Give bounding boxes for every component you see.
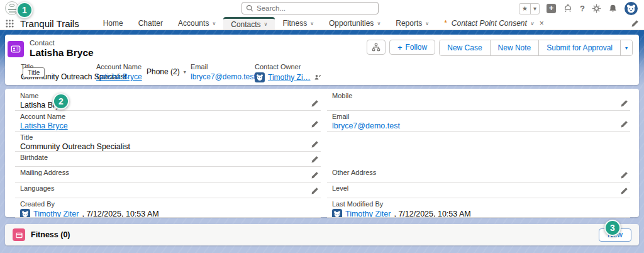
field-label: Contact Owner xyxy=(255,63,321,71)
edit-pencil-icon[interactable] xyxy=(311,155,319,164)
edit-pencil-icon[interactable] xyxy=(311,120,319,128)
account-link[interactable]: Latisha Bryce xyxy=(96,72,142,82)
created-datetime: , 7/12/2025, 10:53 AM xyxy=(82,210,158,218)
tab-label: Reports xyxy=(396,19,422,28)
chevron-down-icon[interactable]: ∨ xyxy=(425,21,429,26)
edit-pencil-icon[interactable] xyxy=(311,99,319,108)
field-label: Other Address xyxy=(332,169,614,177)
tab-home[interactable]: Home xyxy=(96,17,131,30)
chevron-down-icon[interactable]: ∨ xyxy=(310,21,314,26)
view-hierarchy-button[interactable] xyxy=(367,40,386,55)
tab-label: Fitness xyxy=(282,19,307,28)
field-label: Mailing Address xyxy=(20,169,304,177)
submit-for-approval-button[interactable]: Submit for Approval xyxy=(538,40,620,55)
tab-chatter[interactable]: Chatter xyxy=(131,17,170,30)
edit-pencil-icon[interactable] xyxy=(620,99,628,108)
chevron-down-icon[interactable]: ∨ xyxy=(264,21,268,27)
user-avatar[interactable] xyxy=(625,2,638,15)
edit-page-pencil-icon[interactable] xyxy=(631,20,639,28)
field-tooltip: Title xyxy=(23,67,45,77)
tab-reports[interactable]: Reports ∨ xyxy=(388,17,436,30)
last-modified-user-link[interactable]: Timothy Ziter xyxy=(345,210,391,218)
global-search[interactable] xyxy=(242,2,379,14)
new-note-button[interactable]: New Note xyxy=(490,40,539,55)
field-email: Email lbryce7@demo.test xyxy=(327,111,630,132)
highlight-email: Email lbryce7@demo.test xyxy=(191,63,256,82)
follow-button[interactable]: + Follow xyxy=(389,40,435,55)
guidance-center-icon[interactable] xyxy=(563,4,573,13)
column-spacer xyxy=(327,132,630,167)
edit-pencil-icon[interactable] xyxy=(620,187,628,195)
field-other-address: Other Address xyxy=(327,167,630,183)
tab-label: Home xyxy=(103,19,123,28)
chevron-down-icon[interactable]: ∨ xyxy=(212,21,216,26)
favorites-dropdown-icon[interactable]: ▾ xyxy=(530,4,539,14)
edit-pencil-icon[interactable] xyxy=(620,171,628,179)
favorites-star-icon[interactable]: ★ xyxy=(519,4,530,14)
field-last-modified-by: Last Modified By Timothy Ziter , 7/12/20… xyxy=(327,198,630,218)
chevron-down-icon[interactable]: ∨ xyxy=(377,21,380,26)
email-link[interactable]: lbryce7@demo.test xyxy=(332,121,400,131)
plus-icon: + xyxy=(397,43,402,52)
field-label: Account Name xyxy=(20,113,304,121)
field-birthdate: Birthdate xyxy=(15,152,321,167)
help-icon[interactable]: ? xyxy=(580,4,585,13)
annotation-badge-1: 1 xyxy=(16,2,33,18)
hierarchy-icon xyxy=(372,43,380,52)
tab-label: Opportunities xyxy=(329,19,374,28)
edit-pencil-icon[interactable] xyxy=(311,140,319,149)
tab-accounts[interactable]: Accounts ∨ xyxy=(170,17,223,30)
annotation-badge-3: 3 xyxy=(604,220,621,236)
account-link[interactable]: Latisha Bryce xyxy=(20,121,68,131)
edit-pencil-icon[interactable] xyxy=(620,120,628,128)
related-list-title[interactable]: Fitness (0) xyxy=(31,230,70,239)
setup-gear-icon[interactable] xyxy=(592,4,601,13)
field-label: Languages xyxy=(20,184,304,193)
field-label: Birthdate xyxy=(20,154,304,162)
edit-pencil-icon[interactable] xyxy=(311,187,319,195)
close-tab-icon[interactable]: × xyxy=(540,19,544,28)
tab-contacts[interactable]: Contacts ∨ xyxy=(223,17,275,30)
notifications-bell-icon[interactable] xyxy=(608,4,618,13)
tab-contact-point-consent[interactable]: * Contact Point Consent ∨ × xyxy=(436,17,552,30)
user-avatar xyxy=(20,209,30,218)
annotation-badge-2: 2 xyxy=(53,93,69,110)
highlight-account-name: Account Name Latisha Bryce xyxy=(96,63,142,82)
tab-label: Contacts xyxy=(231,20,260,29)
field-label: Email xyxy=(332,113,614,121)
tab-fitness[interactable]: Fitness ∨ xyxy=(275,17,321,30)
change-owner-icon[interactable] xyxy=(314,74,321,81)
highlight-contact-owner: Contact Owner Timothy Zi… xyxy=(255,63,321,82)
more-actions-dropdown[interactable]: ▾ xyxy=(620,40,632,55)
chevron-down-icon[interactable]: ∨ xyxy=(530,21,534,26)
follow-label: Follow xyxy=(406,43,428,52)
search-input[interactable] xyxy=(257,4,374,12)
user-avatar xyxy=(332,209,342,218)
owner-link[interactable]: Timothy Zi… xyxy=(268,73,311,82)
logo-eye-shape xyxy=(9,4,14,7)
field-label: Created By xyxy=(20,200,304,208)
tab-opportunities[interactable]: Opportunities ∨ xyxy=(321,17,388,30)
field-label: Mobile xyxy=(332,92,614,100)
highlight-phone-dropdown[interactable]: Phone (2) ▾ xyxy=(147,67,186,76)
related-list-fitness: Fitness (0) New xyxy=(5,224,639,245)
last-modified-datetime: , 7/12/2025, 10:53 AM xyxy=(394,210,470,218)
app-nav-bar: Tranquil Trails Home Chatter Accounts ∨ … xyxy=(0,17,644,30)
unsaved-indicator: * xyxy=(444,19,447,28)
entity-label: Contact xyxy=(30,39,94,47)
field-label: Title xyxy=(20,133,304,142)
global-actions-icon[interactable]: + xyxy=(547,4,556,13)
record-name: Latisha Bryce xyxy=(30,47,94,59)
new-case-button[interactable]: New Case xyxy=(440,40,489,55)
email-link[interactable]: lbryce7@demo.test xyxy=(191,72,256,82)
owner-avatar xyxy=(255,72,265,82)
created-by-user-link[interactable]: Timothy Ziter xyxy=(33,210,79,218)
action-button-group: New Case New Note Submit for Approval ▾ xyxy=(439,40,633,56)
edit-pencil-icon[interactable] xyxy=(311,171,319,179)
search-icon xyxy=(246,4,253,12)
app-launcher-icon[interactable] xyxy=(6,20,14,28)
app-name: Tranquil Trails xyxy=(20,18,79,29)
field-created-by: Created By Timothy Ziter , 7/12/2025, 10… xyxy=(15,198,321,218)
field-value: Community Outreach Specialist xyxy=(20,142,304,152)
favorites-control[interactable]: ★ ▾ xyxy=(519,3,540,14)
